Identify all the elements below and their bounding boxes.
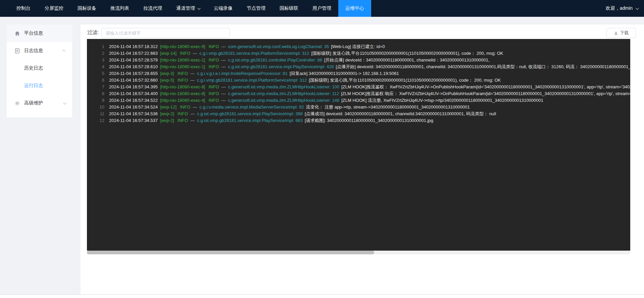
log-separator: --- (221, 64, 226, 69)
nav-item-5[interactable]: 拉流代理 (136, 0, 169, 17)
gear-icon (14, 100, 20, 106)
sidebar-item-log-info[interactable]: 日志信息 (7, 42, 72, 59)
log-viewer[interactable]: 12024-11-04 16:57:18.312[http-nio-18080-… (87, 39, 630, 251)
log-message: [国标级联] 发送心跳,平台11010500002000000001(11010… (309, 78, 501, 83)
log-level: INFO (178, 78, 188, 83)
log-thread: [wvp-2] (160, 118, 174, 123)
log-thread: [wvp-14] (160, 51, 177, 56)
log-separator: --- (221, 91, 226, 96)
log-thread: [wvp-12] (160, 104, 177, 110)
log-row: 62024-11-04 16:57:32.660[wvp-5]INFO---c.… (87, 77, 630, 84)
nav-item-8[interactable]: 节点管理 (240, 0, 273, 17)
log-line-number: 1 (87, 43, 104, 50)
horizontal-scrollbar[interactable] (87, 251, 630, 254)
log-level: INFO (180, 104, 190, 110)
log-thread: [http-nio-18080-exec-8] (160, 84, 205, 89)
log-timestamp: 2024-11-04 16:57:34.395 (109, 84, 158, 89)
log-logger: c.genersoft.iot.vmp.media.zlm.ZLMHttpHoo… (228, 91, 339, 96)
nav-item-label: 分屏监控 (45, 5, 63, 11)
log-row: 52024-11-04 16:57:28.655[wvp-3]INFO---c.… (87, 70, 630, 77)
page-footer (0, 294, 644, 298)
nav-item-11[interactable]: 运维中心 (338, 0, 371, 17)
log-row: 112024-11-04 16:57:34.536[wvp-2]INFO---c… (87, 111, 630, 117)
nav-item-label: 用户管理 (312, 5, 331, 11)
nav-item-4[interactable]: 推流列表 (103, 0, 136, 17)
top-navbar: 控制台分屏监控国标设备推流列表拉流代理通道管理云端录像节点管理国标级联用户管理运… (0, 0, 644, 17)
download-icon (614, 31, 618, 35)
log-message: [请求截图]: 34020000001180000001_34020000001… (305, 118, 433, 123)
log-logger: c.genersoft.iot.vmp.media.zlm.ZLMHttpHoo… (228, 84, 340, 89)
log-message: [Web-Log] 连接已建立: id=0 (331, 44, 385, 49)
log-line-number: 10 (87, 104, 104, 111)
log-message: [点播成功] deviceId: 34020000001180000001, c… (305, 111, 496, 116)
log-level: INFO (178, 71, 188, 76)
chevron-down-icon (197, 6, 201, 10)
log-message: [点播开始] deviceId: 34020000001180000001, c… (336, 64, 630, 69)
log-level: INFO (178, 111, 188, 116)
log-timestamp: 2024-11-04 16:57:34.524 (109, 104, 158, 110)
log-logger: c.g.i.vmp.gb28181.service.impl.PlatformS… (199, 51, 309, 56)
log-logger: c.genersoft.iot.vmp.media.zlm.ZLMHttpHoo… (228, 98, 340, 103)
download-button[interactable]: 下载 (606, 28, 636, 38)
log-level: INFO (208, 57, 219, 62)
log-level: INFO (180, 51, 190, 56)
nav-item-label: 节点管理 (247, 5, 265, 11)
log-logger: c.g.iot.vmp.gb28181.service.impl.PlaySer… (197, 111, 303, 116)
log-timestamp: 2024-11-04 16:57:28.610 (109, 64, 158, 69)
log-logger: c.g.i.v.media.service.impl.MediaServerSe… (199, 104, 304, 110)
log-separator: --- (221, 44, 226, 49)
sidebar: 平台信息 日志信息 历史日志 运行日志 高级维护 (7, 25, 72, 117)
sidebar-item-advanced-maintenance[interactable]: 高级维护 (7, 94, 72, 112)
log-separator: --- (190, 111, 195, 116)
log-message: [开始点播] deviceId：34020000001180000001, ch… (324, 57, 490, 62)
nav-item-3[interactable]: 国标设备 (70, 0, 103, 17)
main-panel: 过滤: 下载 12024-11-04 16:57:18.312[http-nio… (81, 25, 644, 294)
sidebar-item-label: 日志信息 (24, 48, 65, 54)
sidebar-item-platform-info[interactable]: 平台信息 (7, 25, 72, 42)
nav-item-7[interactable]: 云端录像 (207, 0, 240, 17)
nav-item-1[interactable]: 控制台 (9, 0, 38, 17)
log-level: INFO (208, 84, 219, 89)
log-thread: [http-nio-18080-exec-1] (160, 64, 205, 69)
user-menu[interactable]: 欢迎，admin (606, 0, 638, 17)
log-timestamp: 2024-11-04 16:57:34.536 (109, 111, 158, 116)
log-logger: c.g.i.v.g.t.e.r.impl.InviteResponseProce… (197, 71, 288, 76)
log-separator: --- (193, 51, 197, 56)
log-row: 42024-11-04 16:57:28.610[http-nio-18080-… (87, 63, 630, 70)
log-level: INFO (178, 118, 188, 123)
log-message: 流变化： 注册 app->rtp, stream->34020000001180… (306, 104, 469, 110)
log-row: 22024-11-04 16:57:22.663[wvp-14]INFO---c… (87, 50, 630, 57)
log-line-number: 5 (87, 70, 104, 77)
sidebar-item-label: 平台信息 (24, 30, 65, 36)
log-message: [ZLM HOOK]推流鉴权 响应： XwFtVZrtZbHJq4UV->OnP… (341, 91, 630, 96)
log-row: 92024-11-04 16:57:34.522[http-nio-18080-… (87, 97, 630, 104)
filter-input[interactable] (101, 28, 230, 38)
nav-item-10[interactable]: 用户管理 (305, 0, 338, 17)
log-line-number: 2 (87, 50, 104, 57)
log-timestamp: 2024-11-04 16:57:22.663 (109, 51, 158, 56)
nav-item-9[interactable]: 国标级联 (273, 0, 305, 17)
log-row: 122024-11-04 16:57:34.537[wvp-2]INFO---c… (87, 117, 630, 124)
log-logger: c.g.iot.vmp.gb28181.service.impl.PlaySer… (197, 118, 303, 123)
log-row: 82024-11-04 16:57:34.400[http-nio-18080-… (87, 90, 630, 97)
home-icon (14, 31, 20, 36)
log-separator: --- (221, 57, 226, 62)
nav-item-6[interactable]: 通道管理 (169, 0, 207, 17)
scrollbar-thumb[interactable] (87, 251, 374, 254)
log-level: INFO (208, 44, 219, 49)
nav-item-label: 云端录像 (214, 5, 233, 11)
log-line-number: 7 (87, 84, 104, 90)
welcome-text: 欢迎，admin (606, 5, 633, 11)
sidebar-item-history-log[interactable]: 历史日志 (7, 59, 72, 77)
log-separator: --- (190, 71, 195, 76)
nav-item-2[interactable]: 分屏监控 (38, 0, 70, 17)
log-thread: [wvp-2] (160, 111, 174, 116)
sidebar-item-run-log[interactable]: 运行日志 (7, 77, 72, 94)
log-logger: com.genersoft.iot.vmp.conf.webLog.LogCha… (228, 44, 329, 49)
log-line-number: 12 (87, 117, 104, 124)
log-timestamp: 2024-11-04 16:57:18.312 (109, 44, 158, 49)
log-row: 72024-11-04 16:57:34.395[http-nio-18080-… (87, 84, 630, 90)
log-thread: [wvp-3] (160, 71, 174, 76)
nav-item-label: 推流列表 (110, 5, 129, 11)
log-thread: [http-nio-18080-exec-4] (160, 98, 205, 103)
